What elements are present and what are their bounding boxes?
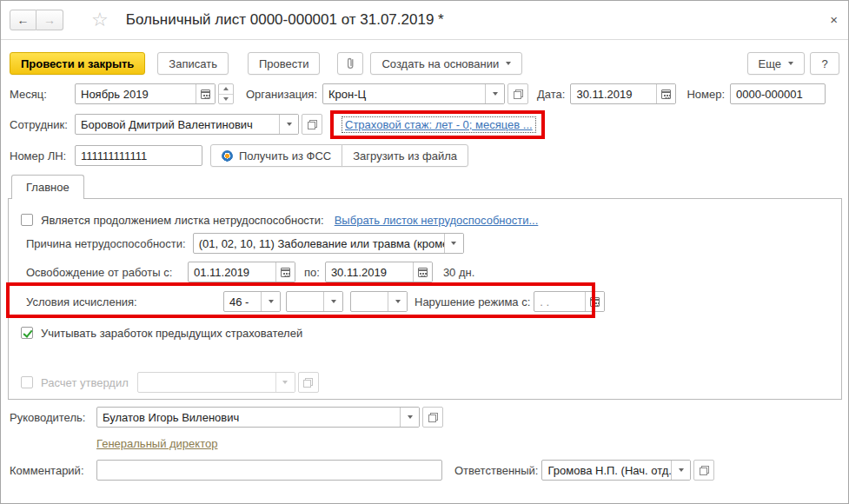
calendar-icon [418,268,428,277]
employee-value: Боровой Дмитрий Валентинович [76,115,279,134]
reason-combo[interactable]: (01, 02, 10, 11) Заболевание или травма … [193,233,464,254]
month-input[interactable]: Ноябрь 2019 [75,83,216,104]
previous-earnings-label: Учитывать заработок предыдущих страховат… [41,327,302,340]
responsible-open-button[interactable] [693,460,714,481]
date-calendar-button[interactable] [656,84,675,103]
nav-history-group: ← → [10,10,63,30]
responsible-dropdown-button[interactable] [671,461,690,480]
conditions-combo-3[interactable] [350,291,408,312]
stepper-up-button[interactable] [219,84,233,95]
release-from-calendar-button[interactable] [275,262,295,282]
chevron-down-icon [287,123,292,126]
get-from-fss-label: Получить из ФСС [239,149,331,162]
triangle-up-icon [223,87,229,90]
post-and-close-button[interactable]: Провести и закрыть [10,52,145,75]
conditions-3-dropdown-button[interactable] [388,292,407,311]
help-label: ? [821,57,827,70]
ln-number-label: Номер ЛН: [10,149,75,162]
conditions-combo-1[interactable]: 46 - [223,291,281,312]
previous-earnings-checkbox[interactable] [21,327,33,339]
approved-checkbox[interactable] [21,376,33,388]
release-to-calendar-button[interactable] [413,262,432,282]
chevron-down-icon [788,62,793,65]
manager-dropdown-button[interactable] [400,408,419,427]
manager-label: Руководитель: [10,411,96,424]
manager-combo[interactable]: Булатов Игорь Виленович [96,407,420,428]
help-button[interactable]: ? [810,52,839,75]
violation-date-input[interactable]: . . [534,291,605,312]
month-calendar-button[interactable] [196,84,215,103]
approved-dropdown-button[interactable] [275,373,295,392]
number-input[interactable]: 0000-000001 [730,83,826,104]
fss-icon [222,150,233,162]
date-label: Дата: [537,88,565,101]
post-button[interactable]: Провести [248,52,321,75]
load-from-file-label: Загрузить из файла [353,149,457,162]
manager-value: Булатов Игорь Виленович [97,408,400,427]
ln-number-input[interactable]: 111111111111 [75,145,202,166]
close-icon: × [830,12,838,27]
chevron-down-icon [506,62,511,65]
reason-label: Причина нетрудоспособности: [26,237,186,250]
approved-open-button[interactable] [298,372,319,393]
reason-value: (01, 02, 10, 11) Заболевание или травма … [194,234,444,253]
forward-button[interactable]: → [36,10,63,30]
employee-dropdown-button[interactable] [279,115,298,134]
get-from-fss-button[interactable]: Получить из ФСС [210,144,342,167]
release-to-input[interactable]: 30.11.2019 [325,262,433,282]
manager-open-button[interactable] [422,407,443,428]
row-month-org-date-number: Месяц: Ноябрь 2019 Организация: Крон-Ц Д… [10,83,826,105]
approved-value [138,373,275,392]
organization-open-button[interactable] [507,83,528,104]
month-stepper [218,83,234,104]
back-arrow-icon: ← [17,13,30,27]
insurance-length-link[interactable]: Страховой стаж: лет - 0; месяцев ... [342,116,536,133]
attachments-button[interactable] [337,52,363,75]
row-manager: Руководитель: Булатов Игорь Виленович [10,406,443,428]
violation-label: Нарушение режима с: [415,295,530,308]
approved-combo[interactable] [137,372,295,393]
release-from-input[interactable]: 01.11.2019 [188,262,295,282]
back-button[interactable]: ← [10,10,36,30]
write-label: Записать [169,57,217,70]
favorite-star-icon[interactable]: ☆ [91,10,109,30]
row-continuation: Является продолжением листка нетрудоспос… [21,209,538,231]
reason-dropdown-button[interactable] [444,234,463,253]
row-release-dates: Освобождение от работы с: 01.11.2019 по:… [26,261,474,283]
more-button[interactable]: Еще [747,52,805,75]
number-value: 0000-000001 [731,84,825,103]
load-from-file-button[interactable]: Загрузить из файла [342,144,468,167]
continuation-checkbox[interactable] [21,214,33,226]
conditions-2-dropdown-button[interactable] [323,292,342,311]
post-label: Провести [259,57,309,70]
open-form-icon [428,413,438,422]
create-based-on-button[interactable]: Создать на основании [370,52,522,75]
stepper-down-button[interactable] [219,95,233,104]
conditions-combo-2[interactable] [286,291,343,312]
month-label: Месяц: [10,88,75,101]
release-days-text: 30 дн. [443,266,474,279]
number-label: Номер: [686,88,725,101]
comment-input[interactable] [96,460,442,481]
row-comment-responsible: Комментарий: Ответственный: Громова Н.П.… [10,459,714,481]
close-button[interactable]: × [830,12,838,27]
sick-leave-document-window: ← → ☆ Больничный лист 0000-000001 от 31.… [0,0,849,504]
row-calculation-approved: Расчет утвердил [21,371,319,394]
main-tab-panel: Является продолжением листка нетрудоспос… [8,198,842,400]
employee-combo[interactable]: Боровой Дмитрий Валентинович [75,114,299,135]
row-ln-number: Номер ЛН: 111111111111 Получить из ФСС З… [10,143,468,168]
write-button[interactable]: Записать [157,52,229,75]
conditions-1-dropdown-button[interactable] [261,292,280,311]
organization-combo[interactable]: Крон-Ц [322,83,505,104]
open-form-icon [700,466,709,475]
manager-position-link[interactable]: Генеральный директор [96,437,217,450]
date-value: 30.11.2019 [571,84,656,103]
tab-main[interactable]: Главное [11,175,84,199]
chevron-down-icon [679,468,684,472]
organization-dropdown-button[interactable] [485,84,504,103]
choose-sick-list-link[interactable]: Выбрать листок нетрудоспособности... [335,214,539,227]
employee-open-button[interactable] [302,114,322,135]
violation-calendar-button[interactable] [585,292,604,311]
responsible-combo[interactable]: Громова Н.П. (Нач. отд. п [541,460,691,481]
date-input[interactable]: 30.11.2019 [570,83,676,104]
